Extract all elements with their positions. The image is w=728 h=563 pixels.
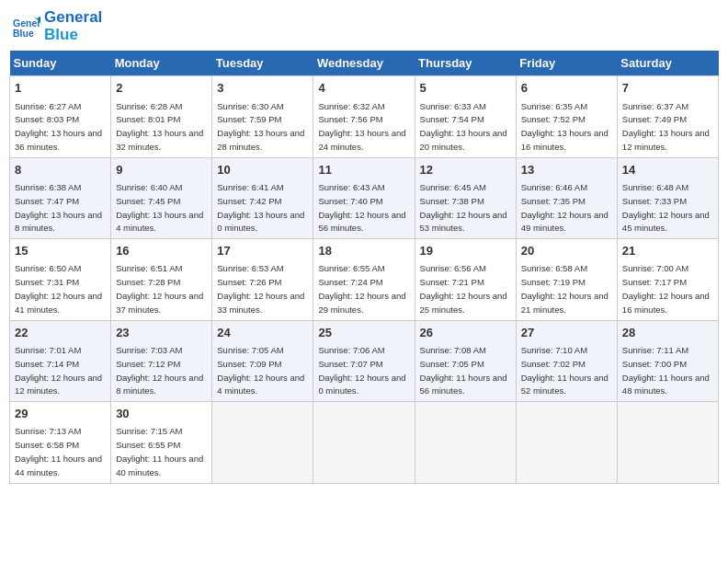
day-number: 2 <box>116 80 207 97</box>
week-row-1: 1 Sunrise: 6:27 AMSunset: 8:03 PMDayligh… <box>10 76 719 157</box>
day-cell-15: 15 Sunrise: 6:50 AMSunset: 7:31 PMDaylig… <box>10 239 111 320</box>
day-number: 8 <box>15 162 106 178</box>
day-cell-22: 22 Sunrise: 7:01 AMSunset: 7:14 PMDaylig… <box>10 320 111 401</box>
day-info: Sunrise: 7:11 AMSunset: 7:00 PMDaylight:… <box>622 345 710 396</box>
day-number: 23 <box>116 325 207 341</box>
day-cell-25: 25 Sunrise: 7:06 AMSunset: 7:07 PMDaylig… <box>313 320 415 401</box>
day-number: 20 <box>521 243 612 259</box>
day-number: 14 <box>622 162 713 178</box>
day-info: Sunrise: 6:55 AMSunset: 7:24 PMDaylight:… <box>318 263 405 314</box>
day-cell-11: 11 Sunrise: 6:43 AMSunset: 7:40 PMDaylig… <box>313 157 415 238</box>
header-row: SundayMondayTuesdayWednesdayThursdayFrid… <box>10 51 719 76</box>
day-info: Sunrise: 6:30 AMSunset: 7:59 PMDaylight:… <box>217 101 304 152</box>
day-info: Sunrise: 7:05 AMSunset: 7:09 PMDaylight:… <box>217 345 304 396</box>
day-cell-13: 13 Sunrise: 6:46 AMSunset: 7:35 PMDaylig… <box>516 157 617 238</box>
day-number: 17 <box>217 243 308 259</box>
day-cell-2: 2 Sunrise: 6:28 AMSunset: 8:01 PMDayligh… <box>111 76 212 157</box>
col-header-tuesday: Tuesday <box>212 51 313 76</box>
day-cell-21: 21 Sunrise: 7:00 AMSunset: 7:17 PMDaylig… <box>617 239 718 320</box>
day-cell-30: 30 Sunrise: 7:15 AMSunset: 6:55 PMDaylig… <box>111 402 212 483</box>
day-number: 21 <box>622 243 713 259</box>
day-number: 15 <box>15 243 106 259</box>
day-info: Sunrise: 6:28 AMSunset: 8:01 PMDaylight:… <box>116 101 203 152</box>
day-cell-27: 27 Sunrise: 7:10 AMSunset: 7:02 PMDaylig… <box>516 320 617 401</box>
day-cell-23: 23 Sunrise: 7:03 AMSunset: 7:12 PMDaylig… <box>111 320 212 401</box>
day-info: Sunrise: 6:35 AMSunset: 7:52 PMDaylight:… <box>521 101 609 152</box>
day-cell-19: 19 Sunrise: 6:56 AMSunset: 7:21 PMDaylig… <box>415 239 516 320</box>
day-info: Sunrise: 6:33 AMSunset: 7:54 PMDaylight:… <box>420 101 507 152</box>
day-number: 29 <box>15 406 106 422</box>
day-info: Sunrise: 7:08 AMSunset: 7:05 PMDaylight:… <box>420 345 507 396</box>
calendar-table: SundayMondayTuesdayWednesdayThursdayFrid… <box>9 51 719 483</box>
day-info: Sunrise: 6:37 AMSunset: 7:49 PMDaylight:… <box>622 101 710 152</box>
day-cell-24: 24 Sunrise: 7:05 AMSunset: 7:09 PMDaylig… <box>212 320 313 401</box>
day-cell-8: 8 Sunrise: 6:38 AMSunset: 7:47 PMDayligh… <box>10 157 111 238</box>
day-number: 6 <box>521 80 612 97</box>
day-number: 18 <box>318 243 409 259</box>
col-header-wednesday: Wednesday <box>313 51 415 76</box>
day-info: Sunrise: 6:46 AMSunset: 7:35 PMDaylight:… <box>521 182 609 233</box>
day-cell-9: 9 Sunrise: 6:40 AMSunset: 7:45 PMDayligh… <box>111 157 212 238</box>
col-header-thursday: Thursday <box>415 51 516 76</box>
page-header: General Blue General Blue <box>9 9 719 43</box>
day-number: 26 <box>420 325 511 341</box>
day-info: Sunrise: 6:48 AMSunset: 7:33 PMDaylight:… <box>622 182 710 233</box>
day-number: 28 <box>622 325 713 341</box>
day-cell-7: 7 Sunrise: 6:37 AMSunset: 7:49 PMDayligh… <box>617 76 718 157</box>
day-number: 25 <box>318 325 409 341</box>
logo-line2: Blue <box>44 27 102 44</box>
day-info: Sunrise: 7:03 AMSunset: 7:12 PMDaylight:… <box>116 345 203 396</box>
day-cell-12: 12 Sunrise: 6:45 AMSunset: 7:38 PMDaylig… <box>415 157 516 238</box>
day-cell-29: 29 Sunrise: 7:13 AMSunset: 6:58 PMDaylig… <box>10 402 111 483</box>
svg-text:Blue: Blue <box>13 27 34 38</box>
day-number: 7 <box>622 80 713 97</box>
empty-cell <box>313 402 415 483</box>
day-info: Sunrise: 6:27 AMSunset: 8:03 PMDaylight:… <box>15 101 102 152</box>
day-info: Sunrise: 6:41 AMSunset: 7:42 PMDaylight:… <box>217 182 304 233</box>
empty-cell <box>516 402 617 483</box>
day-cell-28: 28 Sunrise: 7:11 AMSunset: 7:00 PMDaylig… <box>617 320 718 401</box>
empty-cell <box>415 402 516 483</box>
logo-line1: General <box>44 9 102 27</box>
day-cell-3: 3 Sunrise: 6:30 AMSunset: 7:59 PMDayligh… <box>212 76 313 157</box>
day-cell-17: 17 Sunrise: 6:53 AMSunset: 7:26 PMDaylig… <box>212 239 313 320</box>
day-number: 4 <box>318 80 409 97</box>
day-cell-6: 6 Sunrise: 6:35 AMSunset: 7:52 PMDayligh… <box>516 76 617 157</box>
empty-cell <box>212 402 313 483</box>
day-info: Sunrise: 6:40 AMSunset: 7:45 PMDaylight:… <box>116 182 203 233</box>
empty-cell <box>617 402 718 483</box>
col-header-monday: Monday <box>111 51 212 76</box>
day-info: Sunrise: 6:56 AMSunset: 7:21 PMDaylight:… <box>420 263 507 314</box>
day-number: 22 <box>15 325 106 341</box>
day-info: Sunrise: 6:38 AMSunset: 7:47 PMDaylight:… <box>15 182 102 233</box>
week-row-2: 8 Sunrise: 6:38 AMSunset: 7:47 PMDayligh… <box>10 157 719 238</box>
day-info: Sunrise: 6:43 AMSunset: 7:40 PMDaylight:… <box>318 182 405 233</box>
day-info: Sunrise: 7:01 AMSunset: 7:14 PMDaylight:… <box>15 345 102 396</box>
day-number: 24 <box>217 325 308 341</box>
day-info: Sunrise: 7:13 AMSunset: 6:58 PMDaylight:… <box>15 426 102 477</box>
day-info: Sunrise: 6:45 AMSunset: 7:38 PMDaylight:… <box>420 182 507 233</box>
day-number: 16 <box>116 243 207 259</box>
day-cell-4: 4 Sunrise: 6:32 AMSunset: 7:56 PMDayligh… <box>313 76 415 157</box>
day-number: 9 <box>116 162 207 178</box>
day-number: 3 <box>217 80 308 97</box>
col-header-sunday: Sunday <box>10 51 111 76</box>
logo: General Blue General Blue <box>13 9 102 43</box>
day-cell-5: 5 Sunrise: 6:33 AMSunset: 7:54 PMDayligh… <box>415 76 516 157</box>
day-number: 12 <box>420 162 511 178</box>
day-info: Sunrise: 6:50 AMSunset: 7:31 PMDaylight:… <box>15 263 102 314</box>
day-number: 13 <box>521 162 612 178</box>
day-cell-16: 16 Sunrise: 6:51 AMSunset: 7:28 PMDaylig… <box>111 239 212 320</box>
day-info: Sunrise: 6:32 AMSunset: 7:56 PMDaylight:… <box>318 101 405 152</box>
day-number: 19 <box>420 243 511 259</box>
day-number: 1 <box>15 80 106 97</box>
col-header-saturday: Saturday <box>617 51 718 76</box>
day-cell-10: 10 Sunrise: 6:41 AMSunset: 7:42 PMDaylig… <box>212 157 313 238</box>
col-header-friday: Friday <box>516 51 617 76</box>
day-number: 30 <box>116 406 207 422</box>
logo-icon: General Blue <box>13 13 40 40</box>
day-cell-14: 14 Sunrise: 6:48 AMSunset: 7:33 PMDaylig… <box>617 157 718 238</box>
day-number: 10 <box>217 162 308 178</box>
week-row-5: 29 Sunrise: 7:13 AMSunset: 6:58 PMDaylig… <box>10 402 719 483</box>
day-info: Sunrise: 7:15 AMSunset: 6:55 PMDaylight:… <box>116 426 203 477</box>
